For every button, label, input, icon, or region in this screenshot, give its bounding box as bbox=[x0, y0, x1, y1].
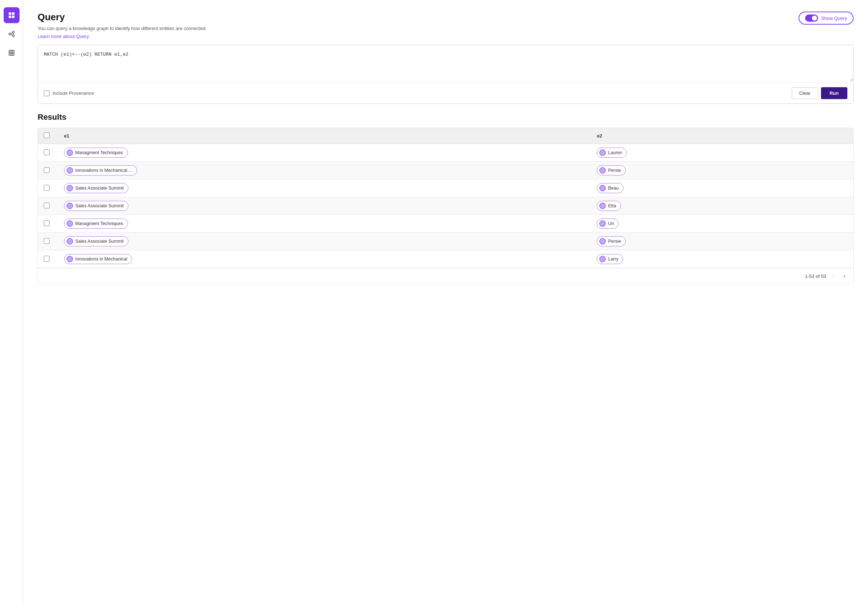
entity-pill-e1[interactable]: Innovations in Mechanical.... bbox=[64, 165, 137, 176]
entity-pill-icon-e1 bbox=[67, 256, 73, 262]
results-table-wrapper: e1 e2 Managment TechniquesLaurenInnovati… bbox=[37, 128, 854, 284]
svg-rect-0 bbox=[9, 12, 11, 15]
query-textarea[interactable] bbox=[38, 45, 853, 81]
entity-pill-icon-e1 bbox=[67, 238, 73, 245]
table-row: Sales Associate SummitEtta bbox=[38, 197, 853, 215]
row-checkbox-cell bbox=[38, 215, 58, 233]
cell-e1: Sales Associate Summit bbox=[58, 179, 591, 197]
cell-e2: Uri bbox=[591, 215, 853, 233]
results-title: Results bbox=[37, 112, 854, 122]
entity-pill-icon-e1 bbox=[67, 149, 73, 156]
entity-pill-e2[interactable]: Larry bbox=[597, 254, 623, 264]
cell-e1: Sales Associate Summit bbox=[58, 233, 591, 250]
row-checkbox[interactable] bbox=[44, 167, 50, 173]
row-checkbox[interactable] bbox=[44, 220, 50, 226]
entity-pill-e1[interactable]: Sales Associate Summit bbox=[64, 183, 129, 193]
include-provenance-label[interactable]: Include Provenance bbox=[44, 90, 94, 96]
entity-pill-e1[interactable]: Managment Techniques bbox=[64, 219, 128, 228]
pagination-prev-button[interactable]: ‹ bbox=[831, 272, 837, 280]
show-query-label: Show Query bbox=[821, 16, 847, 21]
footer-buttons: Clear Run bbox=[792, 87, 847, 99]
cell-e1: Sales Associate Summit bbox=[58, 197, 591, 215]
cell-e1: Managment Techniques bbox=[58, 144, 591, 162]
entity-pill-icon-e2 bbox=[599, 220, 606, 227]
row-checkbox[interactable] bbox=[44, 185, 50, 191]
svg-point-5 bbox=[12, 31, 14, 33]
row-checkbox[interactable] bbox=[44, 256, 50, 261]
sidebar-item-table[interactable] bbox=[4, 7, 20, 23]
sidebar-item-graph[interactable] bbox=[4, 26, 20, 42]
entity-pill-e2[interactable]: Uri bbox=[597, 219, 618, 228]
entity-pill-icon-e2 bbox=[599, 256, 606, 262]
entity-pill-icon-e2 bbox=[599, 167, 606, 174]
toggle-switch-icon bbox=[805, 14, 818, 22]
show-query-toggle[interactable]: Show Query bbox=[798, 12, 854, 25]
cell-e1: Managment Techniques bbox=[58, 215, 591, 233]
entity-pill-icon-e1 bbox=[67, 185, 73, 191]
svg-rect-2 bbox=[9, 16, 11, 18]
entity-pill-icon-e2 bbox=[599, 203, 606, 209]
row-checkbox[interactable] bbox=[44, 203, 50, 208]
entity-pill-e2[interactable]: Etta bbox=[597, 201, 621, 211]
table-row: Managment TechniquesUri bbox=[38, 215, 853, 233]
entity-pill-e1[interactable]: Innovations in Mechanical bbox=[64, 254, 132, 264]
row-checkbox-cell bbox=[38, 162, 58, 179]
entity-pill-icon-e2 bbox=[599, 149, 606, 156]
cell-e2: Beau bbox=[591, 179, 853, 197]
header-checkbox-col bbox=[38, 128, 58, 144]
cell-e1: Innovations in Mechanical.... bbox=[58, 162, 591, 179]
entity-pill-e2[interactable]: Beau bbox=[597, 183, 623, 193]
entity-pill-e1[interactable]: Sales Associate Summit bbox=[64, 236, 129, 246]
table-header-row: e1 e2 bbox=[38, 128, 853, 144]
svg-rect-3 bbox=[12, 16, 14, 18]
row-checkbox[interactable] bbox=[44, 149, 50, 155]
entity-pill-icon-e2 bbox=[599, 238, 606, 245]
entity-pill-icon-e1 bbox=[67, 167, 73, 174]
run-button[interactable]: Run bbox=[821, 87, 847, 99]
row-checkbox-cell bbox=[38, 250, 58, 268]
entity-pill-icon-e2 bbox=[599, 185, 606, 191]
cell-e2: Lauren bbox=[591, 144, 853, 162]
svg-line-7 bbox=[11, 33, 12, 34]
query-footer: Include Provenance Clear Run bbox=[38, 82, 853, 104]
entity-pill-icon-e1 bbox=[67, 220, 73, 227]
row-checkbox-cell bbox=[38, 144, 58, 162]
table-row: Innovations in Mechanical....Persie bbox=[38, 162, 853, 179]
svg-line-8 bbox=[11, 34, 12, 36]
svg-point-6 bbox=[12, 35, 14, 37]
title-block: Query You can query a knowledge graph to… bbox=[37, 12, 207, 39]
entity-pill-e1[interactable]: Sales Associate Summit bbox=[64, 201, 129, 211]
results-table: e1 e2 Managment TechniquesLaurenInnovati… bbox=[38, 128, 853, 268]
svg-point-4 bbox=[9, 33, 11, 35]
col-header-e1: e1 bbox=[58, 128, 591, 144]
learn-more-link[interactable]: Learn more about Query bbox=[37, 34, 89, 39]
entity-pill-e2[interactable]: Persie bbox=[597, 165, 625, 176]
svg-rect-10 bbox=[9, 50, 14, 55]
pagination-row: 1-53 of 53 ‹ › bbox=[38, 268, 853, 284]
cell-e2: Persie bbox=[591, 233, 853, 250]
entity-pill-icon-e1 bbox=[67, 203, 73, 209]
pagination-next-button[interactable]: › bbox=[841, 272, 847, 280]
table-row: Sales Associate SummitPersie bbox=[38, 233, 853, 250]
cell-e1: Innovations in Mechanical bbox=[58, 250, 591, 268]
cell-e2: Larry bbox=[591, 250, 853, 268]
main-content: Query You can query a knowledge graph to… bbox=[23, 0, 868, 606]
entity-pill-e2[interactable]: Persie bbox=[597, 236, 625, 246]
entity-pill-e2[interactable]: Lauren bbox=[597, 148, 627, 158]
select-all-checkbox[interactable] bbox=[44, 132, 50, 138]
row-checkbox[interactable] bbox=[44, 238, 50, 244]
pagination-info: 1-53 of 53 bbox=[805, 273, 826, 279]
table-row: Sales Associate SummitBeau bbox=[38, 179, 853, 197]
include-provenance-checkbox[interactable] bbox=[44, 90, 50, 96]
row-checkbox-cell bbox=[38, 179, 58, 197]
app-layout: Query You can query a knowledge graph to… bbox=[0, 0, 868, 606]
sidebar-item-matrix[interactable] bbox=[4, 45, 20, 61]
clear-button[interactable]: Clear bbox=[792, 87, 818, 99]
row-checkbox-cell bbox=[38, 233, 58, 250]
query-box: Include Provenance Clear Run bbox=[37, 45, 854, 104]
table-row: Managment TechniquesLauren bbox=[38, 144, 853, 162]
entity-pill-e1[interactable]: Managment Techniques bbox=[64, 148, 128, 158]
page-description: You can query a knowledge graph to ident… bbox=[37, 26, 207, 31]
svg-rect-1 bbox=[12, 12, 14, 15]
page-title: Query bbox=[37, 12, 207, 23]
